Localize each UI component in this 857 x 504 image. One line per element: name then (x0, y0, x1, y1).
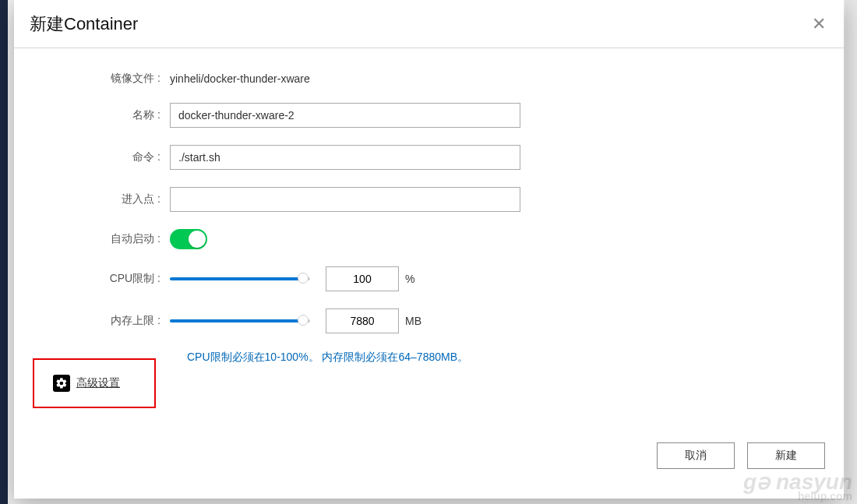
create-button[interactable]: 新建 (747, 442, 825, 469)
memory-unit: MB (405, 315, 421, 327)
close-icon: ✕ (812, 14, 826, 34)
memory-limit-label: 内存上限 : (14, 314, 170, 328)
dialog-header: 新建Container ✕ (14, 0, 844, 48)
cpu-limit-label: CPU限制 : (14, 272, 170, 286)
dialog-footer: 取消 新建 (657, 442, 825, 469)
name-label: 名称 : (14, 108, 170, 122)
limits-hint: CPU限制必须在10-100%。 内存限制必须在64–7880MB。 (187, 351, 844, 365)
cpu-slider[interactable] (170, 277, 310, 281)
cpu-unit: % (405, 273, 414, 285)
gear-icon (53, 375, 70, 392)
memory-limit-input[interactable] (326, 308, 399, 333)
dialog-title: 新建Container (30, 12, 138, 36)
cpu-limit-input[interactable] (326, 266, 399, 291)
dialog-body: 镜像文件 : yinheli/docker-thunder-xware 名称 :… (14, 48, 844, 365)
image-file-value: yinheli/docker-thunder-xware (170, 72, 310, 85)
name-input[interactable] (170, 103, 520, 128)
memory-slider-thumb[interactable] (298, 315, 309, 326)
memory-slider[interactable] (170, 319, 310, 323)
autostart-toggle[interactable] (170, 229, 207, 249)
advanced-settings-link[interactable]: 高级设置 (76, 376, 120, 390)
cancel-button[interactable]: 取消 (657, 442, 735, 469)
advanced-settings-box: 高级设置 (33, 358, 156, 408)
create-container-dialog: 新建Container ✕ 镜像文件 : yinheli/docker-thun… (14, 0, 844, 499)
entrypoint-label: 进入点 : (14, 192, 170, 206)
command-label: 命令 : (14, 150, 170, 164)
command-input[interactable] (170, 145, 520, 170)
close-button[interactable]: ✕ (809, 15, 828, 33)
toggle-knob (189, 231, 206, 248)
entrypoint-input[interactable] (170, 187, 520, 212)
cpu-slider-thumb[interactable] (298, 273, 309, 284)
autostart-label: 自动启动 : (14, 232, 170, 246)
image-file-label: 镜像文件 : (14, 72, 170, 86)
